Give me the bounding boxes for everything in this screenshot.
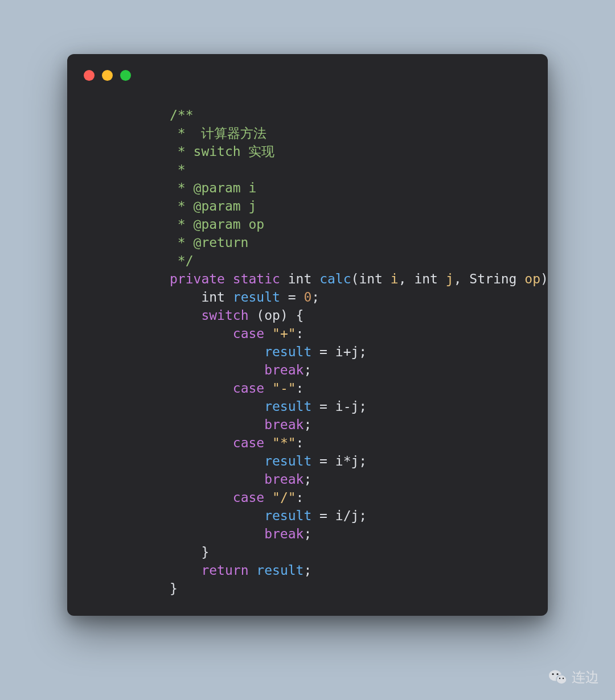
var-result: result — [264, 454, 311, 468]
close-brace: } — [201, 545, 209, 559]
watermark-label: 连边 — [572, 668, 599, 686]
comment-line: /** — [170, 108, 194, 122]
assign-op: = — [311, 508, 335, 523]
code-window: /** * 计算器方法 * switch 实现 * * @param i * @… — [67, 54, 548, 616]
close-brace: } — [170, 581, 178, 596]
comment-line: * @param op — [170, 217, 264, 232]
var-op: op — [264, 308, 280, 323]
colon: : — [296, 490, 304, 505]
colon: : — [296, 435, 304, 450]
svg-point-5 — [563, 678, 564, 679]
string-div: "/" — [272, 490, 296, 505]
var-result: result — [264, 508, 311, 523]
expr: i*j; — [335, 454, 367, 468]
param-j: j — [446, 271, 454, 286]
assign-op: = — [311, 399, 335, 414]
semicolon: ; — [311, 290, 319, 304]
maximize-icon[interactable] — [120, 70, 131, 81]
type-int: int — [288, 271, 312, 286]
var-result: result — [264, 344, 311, 359]
fn-name: calc — [319, 271, 351, 286]
open-switch: ( — [248, 308, 264, 323]
assign-op: = — [311, 454, 335, 468]
type-string: String — [469, 271, 516, 286]
comma: , — [399, 271, 415, 286]
semicolon: ; — [304, 363, 311, 377]
var-result: result — [264, 399, 311, 414]
expr: i-j; — [335, 399, 367, 414]
semicolon: ; — [304, 526, 311, 541]
close-switch: ) { — [280, 308, 304, 323]
colon: : — [296, 381, 304, 396]
var-result: result — [233, 290, 280, 304]
keyword-break: break — [264, 417, 304, 432]
comment-line: */ — [170, 253, 194, 268]
semicolon: ; — [304, 472, 311, 487]
comment-line: * @return — [170, 235, 248, 250]
close-paren-brace: ) { — [540, 271, 548, 286]
keyword-break: break — [264, 472, 304, 487]
code-block: /** * 计算器方法 * switch 实现 * * @param i * @… — [67, 81, 548, 598]
comment-line: * @param j — [170, 199, 256, 213]
keyword-private: private — [170, 271, 225, 286]
keyword-case: case — [233, 381, 264, 396]
expr: i+j; — [335, 344, 367, 359]
string-mul: "*" — [272, 435, 296, 450]
keyword-static: static — [233, 271, 280, 286]
traffic-lights — [67, 54, 548, 81]
semicolon: ; — [304, 563, 311, 578]
num-zero: 0 — [304, 290, 311, 304]
comma: , — [454, 271, 470, 286]
comment-line: * switch 实现 — [170, 144, 274, 159]
close-icon[interactable] — [84, 70, 95, 81]
param-i: i — [391, 271, 399, 286]
var-result: result — [256, 563, 304, 578]
param-op: op — [524, 271, 540, 286]
minimize-icon[interactable] — [102, 70, 113, 81]
expr: i/j; — [335, 508, 367, 523]
keyword-case: case — [233, 435, 264, 450]
assign-op: = — [311, 344, 335, 359]
comment-line: * 计算器方法 — [170, 126, 266, 141]
svg-point-3 — [556, 673, 558, 675]
keyword-case: case — [233, 326, 264, 341]
svg-point-1 — [556, 675, 567, 684]
keyword-break: break — [264, 526, 304, 541]
watermark: 连边 — [549, 668, 599, 686]
keyword-case: case — [233, 490, 264, 505]
type-int: int — [359, 271, 383, 286]
svg-point-2 — [552, 673, 554, 675]
colon: : — [296, 326, 304, 341]
type-int: int — [201, 290, 225, 304]
keyword-return: return — [201, 563, 248, 578]
comment-line: * @param i — [170, 180, 256, 195]
svg-point-4 — [559, 678, 560, 679]
open-paren: ( — [351, 271, 359, 286]
assign-op: = — [280, 290, 304, 304]
semicolon: ; — [304, 417, 311, 432]
keyword-switch: switch — [201, 308, 248, 323]
wechat-icon — [549, 669, 567, 685]
comment-line: * — [170, 162, 186, 177]
type-int: int — [414, 271, 438, 286]
keyword-break: break — [264, 363, 304, 377]
string-plus: "+" — [272, 326, 296, 341]
string-minus: "-" — [272, 381, 296, 396]
